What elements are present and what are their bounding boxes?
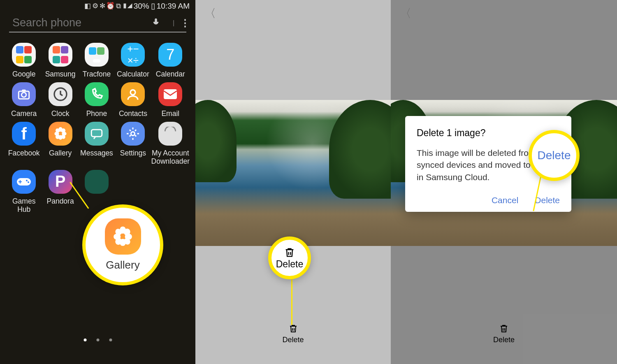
search-input[interactable] — [12, 16, 151, 29]
photo-preview[interactable] — [195, 100, 391, 246]
app-messages[interactable]: Messages — [79, 122, 115, 165]
callout-gallery: Gallery — [82, 204, 163, 285]
app-calculator[interactable]: +−×÷Calculator — [115, 43, 151, 78]
app-pandora[interactable]: PPandora — [42, 170, 78, 213]
svg-point-4 — [130, 90, 135, 95]
app-phone[interactable]: Phone — [79, 82, 115, 118]
cancel-button[interactable]: Cancel — [492, 195, 518, 205]
svg-point-7 — [131, 132, 135, 136]
back-button[interactable]: 〈 — [400, 6, 411, 21]
app-games-hub[interactable]: Games Hub — [6, 170, 42, 213]
app-tracfone-folder[interactable]: Tracfone — [79, 43, 115, 78]
app-email[interactable]: Email — [151, 82, 190, 118]
svg-rect-6 — [91, 130, 102, 137]
app-clock[interactable]: Clock — [42, 82, 78, 118]
back-button[interactable]: 〈 — [204, 6, 216, 21]
clock-time: 10:39 AM — [157, 2, 190, 11]
svg-point-10 — [28, 181, 29, 183]
svg-point-2 — [22, 93, 26, 97]
battery-icon: ▯ — [151, 1, 155, 11]
app-calendar[interactable]: 7Calendar — [151, 43, 190, 78]
app-google-folder[interactable]: Google — [6, 43, 42, 78]
gallery-photo-screen: 〈 Delete — [195, 0, 391, 364]
app-drawer-screen: ◧ ⚙ ✻ ⏰ ⧉ ▮◢ 30% ▯ 10:39 AM | ⋮ Google S… — [0, 0, 195, 364]
separator: | — [173, 19, 174, 27]
svg-point-9 — [26, 180, 28, 181]
app-facebook[interactable]: fFacebook — [6, 122, 42, 165]
dialog-actions: Cancel Delete — [417, 195, 560, 205]
callout-delete-button: Delete — [268, 236, 311, 279]
app-gallery[interactable]: Gallery — [42, 122, 78, 165]
app-settings[interactable]: Settings — [115, 122, 151, 165]
confirm-delete-button[interactable]: Delete — [535, 195, 560, 205]
trash-icon — [284, 246, 295, 259]
svg-rect-5 — [164, 89, 177, 99]
app-samsung-folder[interactable]: Samsung — [42, 43, 78, 78]
search-bar[interactable]: | ⋮ — [9, 14, 186, 32]
app-camera[interactable]: Camera — [6, 82, 42, 118]
status-icons: ◧ ⚙ ✻ ⏰ ⧉ ▮◢ — [84, 2, 132, 10]
delete-action[interactable]: Delete — [282, 323, 304, 344]
callout-delete-dialog: Delete — [529, 130, 580, 181]
trash-icon — [288, 323, 298, 334]
app-my-account-downloader[interactable]: My Account Downloader — [151, 122, 190, 165]
delete-action[interactable]: Delete — [493, 323, 515, 344]
battery-pct: 30% — [134, 2, 149, 11]
app-contacts[interactable]: Contacts — [115, 82, 151, 118]
app-grid: Google Samsung Tracfone +−×÷Calculator 7… — [0, 32, 195, 213]
more-icon[interactable]: ⋮ — [180, 17, 190, 29]
page-indicator — [84, 338, 112, 341]
mic-icon[interactable] — [151, 18, 167, 28]
status-bar: ◧ ⚙ ✻ ⏰ ⧉ ▮◢ 30% ▯ 10:39 AM — [0, 0, 195, 11]
gallery-icon — [105, 218, 141, 255]
trash-icon — [499, 323, 509, 334]
